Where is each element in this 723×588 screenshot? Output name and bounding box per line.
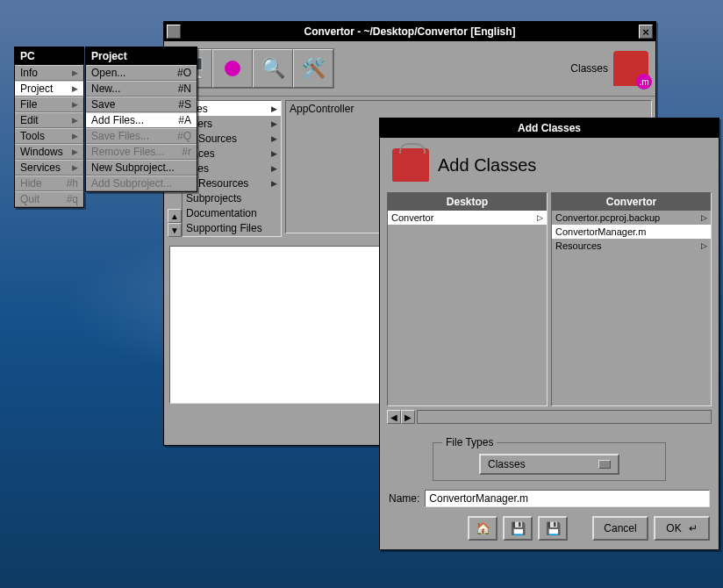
inspector-button[interactable]: 🛠️: [293, 49, 333, 88]
list-item[interactable]: AppController: [286, 101, 651, 116]
window-title: Convertor - ~/Desktop/Convertor [English…: [304, 25, 515, 38]
list-item[interactable]: Documentation: [183, 205, 281, 220]
filetypes-legend: File Types: [442, 436, 497, 448]
browser-column-2: Convertor Convertor.pcproj.backup▷ Conve…: [551, 192, 712, 406]
scroll-track[interactable]: [417, 410, 712, 424]
menu-title: Project: [86, 47, 197, 65]
classes-indicator: Classes .m: [570, 51, 648, 86]
chevron-right-icon: ▶: [271, 179, 277, 188]
menu-item-project[interactable]: Project▶: [15, 81, 83, 97]
floppy-eject-icon: 💾: [546, 521, 561, 535]
menu-item-open[interactable]: Open...#O: [86, 65, 197, 81]
miniaturize-button[interactable]: [167, 25, 181, 39]
floppy-icon: 💾: [511, 521, 526, 535]
menu-item-windows[interactable]: Windows▶: [15, 144, 83, 160]
run-button[interactable]: [212, 49, 253, 88]
chevron-right-icon: ▶: [271, 104, 277, 113]
menu-item-tools[interactable]: Tools▶: [15, 128, 83, 144]
toolbar: 🖥️ 🔍 🛠️ Classes .m: [164, 41, 655, 97]
menu-item-hide[interactable]: Hide#h: [15, 176, 83, 191]
browser-item[interactable]: Convertor▷: [388, 211, 547, 225]
ok-button[interactable]: OK↵: [654, 516, 710, 541]
chevron-right-icon: ▶: [271, 119, 277, 128]
find-button[interactable]: 🔍: [253, 49, 293, 88]
menu-item-file[interactable]: File▶: [15, 97, 83, 112]
file-browser: Desktop Convertor▷ Convertor Convertor.p…: [380, 192, 719, 406]
filetypes-fieldset: File Types Classes: [433, 436, 666, 481]
browser-scrollbar[interactable]: ◀ ▶: [380, 406, 719, 427]
list-item[interactable]: Subprojects: [183, 190, 281, 205]
submenu-icon: ▶: [72, 84, 78, 93]
browser-item[interactable]: Resources▷: [552, 239, 711, 253]
project-titlebar[interactable]: Convertor - ~/Desktop/Convertor [English…: [164, 22, 655, 41]
menu-item-info[interactable]: Info▶: [15, 65, 83, 81]
menu-item-remove-files[interactable]: Remove Files...#r: [86, 144, 197, 160]
name-row: Name:: [380, 488, 719, 509]
submenu-icon: ▶: [72, 68, 78, 77]
menu-item-add-files[interactable]: Add Files...#A: [86, 112, 197, 128]
browser-column-1: Desktop Convertor▷: [387, 192, 548, 406]
menu-item-new-subproject[interactable]: New Subproject...: [86, 160, 197, 176]
chevron-right-icon: ▶: [271, 164, 277, 173]
menu-item-save[interactable]: Save#S: [86, 97, 197, 112]
column-header: Desktop: [388, 193, 547, 211]
home-icon: 🏠: [476, 521, 490, 535]
chevron-right-icon: ▶: [271, 149, 277, 158]
browser-item[interactable]: ConvertorManager.m: [552, 225, 711, 239]
disk-button[interactable]: 💾: [503, 516, 533, 541]
classes-text: Classes: [570, 62, 608, 75]
column-list[interactable]: Convertor▷: [388, 211, 547, 405]
close-button[interactable]: ×: [639, 25, 653, 39]
submenu-icon: ▶: [72, 116, 78, 125]
name-label: Name:: [389, 492, 419, 505]
menu-item-quit[interactable]: Quit#q: [15, 191, 83, 207]
submenu-icon: ▶: [72, 163, 78, 172]
run-icon: [225, 61, 240, 76]
tools-icon: 🛠️: [302, 57, 326, 80]
menu-item-add-subproject[interactable]: Add Subproject...: [86, 176, 197, 191]
browser-item[interactable]: Convertor.pcproj.backup▷: [552, 211, 711, 225]
menu-item-save-files[interactable]: Save Files...#Q: [86, 128, 197, 144]
dialog-title: Add Classes: [518, 122, 581, 134]
toolbox-icon: .m: [613, 51, 648, 86]
scroll-right-button[interactable]: ▶: [401, 410, 415, 424]
chevron-right-icon: ▷: [701, 213, 707, 222]
chevron-right-icon: ▶: [271, 134, 277, 143]
scroll-down-button[interactable]: ▼: [168, 223, 182, 237]
m-badge-icon: .m: [636, 74, 652, 90]
dialog-buttons: 🏠 💾 💾 Cancel OK↵: [380, 509, 719, 549]
cancel-button[interactable]: Cancel: [592, 516, 648, 541]
eject-button[interactable]: 💾: [538, 516, 568, 541]
list-item[interactable]: Supporting Files: [183, 220, 281, 235]
home-button[interactable]: 🏠: [468, 516, 498, 541]
project-submenu: Project Open...#O New...#N Save#S Add Fi…: [85, 47, 197, 192]
submenu-icon: ▶: [72, 100, 78, 109]
scroll-left-button[interactable]: ◀: [387, 410, 401, 424]
add-classes-dialog: Add Classes Add Classes Desktop Converto…: [379, 118, 719, 550]
menu-item-new[interactable]: New...#N: [86, 81, 197, 97]
filetypes-select[interactable]: Classes: [479, 454, 619, 475]
scroll-up-button[interactable]: ▲: [168, 209, 182, 223]
pc-menu: PC Info▶ Project▶ File▶ Edit▶ Tools▶ Win…: [14, 47, 84, 208]
dialog-titlebar[interactable]: Add Classes: [380, 118, 719, 138]
select-value: Classes: [488, 458, 526, 470]
magnifier-icon: 🔍: [261, 57, 285, 80]
submenu-icon: ▶: [72, 147, 78, 156]
menu-title: PC: [15, 47, 83, 65]
column-header: Convertor: [552, 193, 711, 211]
name-input[interactable]: [425, 490, 710, 507]
menu-item-services[interactable]: Services▶: [15, 160, 83, 176]
dialog-header: Add Classes: [380, 138, 719, 192]
select-knob-icon: [598, 460, 611, 469]
chevron-right-icon: ▷: [537, 213, 543, 222]
return-icon: ↵: [689, 522, 698, 534]
menu-item-edit[interactable]: Edit▶: [15, 112, 83, 128]
column-list[interactable]: Convertor.pcproj.backup▷ ConvertorManage…: [552, 211, 711, 405]
chevron-right-icon: ▷: [701, 241, 707, 250]
dialog-heading: Add Classes: [438, 155, 536, 176]
toolbox-icon: [392, 148, 429, 182]
submenu-icon: ▶: [72, 132, 78, 140]
